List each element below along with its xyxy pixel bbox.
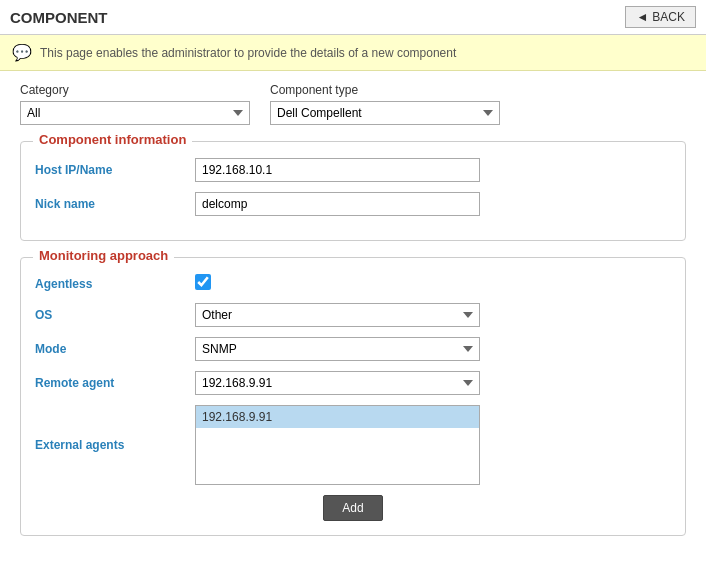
nick-row: Nick name xyxy=(35,192,671,216)
add-btn-row: Add xyxy=(35,495,671,521)
remote-agent-control: 192.168.9.91 xyxy=(195,371,671,395)
mode-select[interactable]: SNMP xyxy=(195,337,480,361)
component-info-title: Component information xyxy=(33,132,192,147)
back-arrow-icon: ◄ xyxy=(636,10,648,24)
category-label: Category xyxy=(20,83,250,97)
external-agents-item[interactable]: 192.168.9.91 xyxy=(196,406,479,428)
info-icon: 💬 xyxy=(12,43,32,62)
external-agents-list[interactable]: 192.168.9.91 xyxy=(195,405,480,485)
page-header: COMPONENT ◄ BACK xyxy=(0,0,706,35)
os-row: OS Other xyxy=(35,303,671,327)
remote-agent-label: Remote agent xyxy=(35,376,195,390)
host-row: Host IP/Name xyxy=(35,158,671,182)
os-label: OS xyxy=(35,308,195,322)
external-agents-row: External agents 192.168.9.91 xyxy=(35,405,671,485)
os-control: Other xyxy=(195,303,671,327)
category-select[interactable]: All xyxy=(20,101,250,125)
nick-input[interactable] xyxy=(195,192,480,216)
back-button[interactable]: ◄ BACK xyxy=(625,6,696,28)
monitoring-body: Agentless OS Other Mode SNM xyxy=(35,274,671,521)
remote-agent-select[interactable]: 192.168.9.91 xyxy=(195,371,480,395)
mode-label: Mode xyxy=(35,342,195,356)
back-label: BACK xyxy=(652,10,685,24)
monitoring-panel: Monitoring approach Agentless OS Other xyxy=(20,257,686,536)
component-type-select[interactable]: Dell Compellent xyxy=(270,101,500,125)
agentless-control xyxy=(195,274,671,293)
host-control xyxy=(195,158,671,182)
banner-message: This page enables the administrator to p… xyxy=(40,46,456,60)
external-agents-label: External agents xyxy=(35,438,195,452)
monitoring-title: Monitoring approach xyxy=(33,248,174,263)
component-type-group: Component type Dell Compellent xyxy=(270,83,500,125)
info-banner: 💬 This page enables the administrator to… xyxy=(0,35,706,71)
agentless-label: Agentless xyxy=(35,277,195,291)
component-info-panel: Component information Host IP/Name Nick … xyxy=(20,141,686,241)
mode-row: Mode SNMP xyxy=(35,337,671,361)
add-button[interactable]: Add xyxy=(323,495,382,521)
mode-control: SNMP xyxy=(195,337,671,361)
host-label: Host IP/Name xyxy=(35,163,195,177)
main-content: Category All Component type Dell Compell… xyxy=(0,71,706,564)
category-group: Category All xyxy=(20,83,250,125)
component-type-label: Component type xyxy=(270,83,500,97)
component-info-body: Host IP/Name Nick name xyxy=(35,158,671,216)
nick-label: Nick name xyxy=(35,197,195,211)
agentless-checkbox[interactable] xyxy=(195,274,211,290)
os-select[interactable]: Other xyxy=(195,303,480,327)
host-input[interactable] xyxy=(195,158,480,182)
agentless-row: Agentless xyxy=(35,274,671,293)
top-fields: Category All Component type Dell Compell… xyxy=(20,83,686,125)
page-title: COMPONENT xyxy=(10,9,108,26)
nick-control xyxy=(195,192,671,216)
external-agents-control: 192.168.9.91 xyxy=(195,405,671,485)
remote-agent-row: Remote agent 192.168.9.91 xyxy=(35,371,671,395)
